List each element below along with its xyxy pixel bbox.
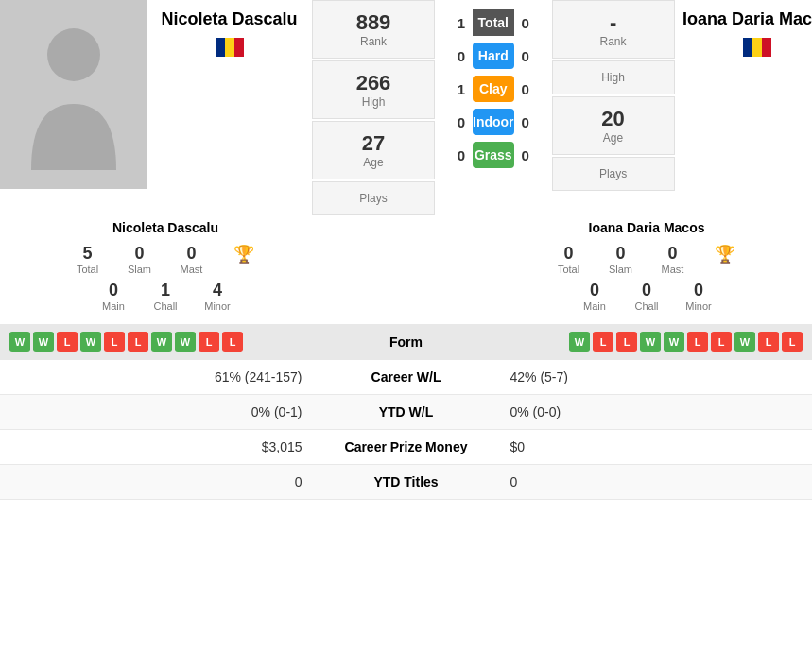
right-rank-value: - [558,10,669,35]
career-wl-right: 42% (5-7) [501,369,799,384]
indoor-score-right: 0 [514,114,543,130]
right-mast-label: Mast [649,264,696,275]
hard-label: Hard [473,43,514,69]
left-slam-value: 0 [116,244,163,264]
form-badge: L [711,332,732,352]
hard-row: 0 Hard 0 [444,43,543,69]
right-player-name-sub: Ioana Daria Macos [589,220,705,235]
left-high-value: 266 [318,71,429,95]
form-badge: W [151,332,172,352]
left-main-value: 0 [91,281,137,300]
form-badge: W [9,332,30,352]
left-player-name-sub: Nicoleta Dascalu [112,220,218,235]
form-badge: L [199,332,219,352]
left-rank-label: Rank [318,35,429,48]
left-high-label: High [318,95,429,109]
total-score-left: 1 [444,15,473,31]
ytd-titles-row: 0 YTD Titles 0 [0,465,812,500]
left-flag [216,38,244,57]
left-total-cell: 5 Total [61,241,113,278]
left-minor-label: Minor [195,300,241,312]
ytd-wl-right: 0% (0-0) [501,404,799,419]
left-trophy-cell: 🏆 [217,241,269,278]
left-center-stats: 889 Rank 266 High 27 Age Plays [312,0,435,215]
left-plays-label: Plays [318,192,429,205]
left-main-label: Main [91,300,137,312]
ytd-wl-left: 0% (0-1) [14,404,312,419]
right-total-value: 0 [545,244,592,264]
clay-score-left: 1 [444,81,473,97]
form-badge: L [687,332,708,352]
top-player-row: Nicoleta Dascalu 889 Rank 266 High 27 Ag… [0,0,812,215]
right-trophy-icon: 🏆 [701,244,748,265]
left-mast-cell: 0 Mast [165,241,217,278]
form-badge: W [640,332,661,352]
right-center-stats: - Rank High 20 Age Plays [552,0,675,191]
clay-label: Clay [473,76,514,102]
right-chall-value: 0 [624,281,670,300]
total-score-right: 0 [514,15,543,31]
right-minor-label: Minor [676,300,722,312]
player-right-info: Ioana Daria Macos [675,0,812,66]
right-minor-cell: 0 Minor [673,278,725,315]
left-trophy-icon: 🏆 [220,244,267,265]
svg-point-0 [47,28,100,81]
left-chall-cell: 1 Chall [140,278,192,315]
form-badge: L [104,332,125,352]
left-stats-grid: 5 Total 0 Slam 0 Mast 🏆 0 Main [61,241,269,315]
form-badge: L [57,332,78,352]
form-badge: L [758,332,779,352]
career-wl-left: 61% (241-157) [14,369,312,384]
form-badge: W [664,332,684,352]
grass-score-left: 0 [444,147,473,163]
career-prize-label: Career Prize Money [312,439,501,454]
right-main-cell: 0 Main [569,278,621,315]
grass-row: 0 Grass 0 [444,142,543,168]
main-container: Nicoleta Dascalu 889 Rank 266 High 27 Ag… [0,0,812,666]
right-player-stats: Ioana Daria Macos 0 Total 0 Slam 0 Mast … [491,220,803,315]
left-chall-label: Chall [143,300,189,312]
right-plays-box: Plays [552,157,675,191]
indoor-label: Indoor [473,109,514,135]
left-chall-value: 1 [143,281,189,300]
left-player-stats: Nicoleta Dascalu 5 Total 0 Slam 0 Mast 🏆 [9,220,321,315]
career-prize-right: $0 [501,439,799,454]
ytd-wl-label: YTD W/L [312,404,501,419]
career-wl-row: 61% (241-157) Career W/L 42% (5-7) [0,360,812,395]
left-age-value: 27 [318,131,429,156]
right-stats-grid: 0 Total 0 Slam 0 Mast 🏆 0 Main [543,241,751,315]
left-slam-cell: 0 Slam [113,241,165,278]
ytd-wl-row: 0% (0-1) YTD W/L 0% (0-0) [0,395,812,430]
left-main-cell: 0 Main [88,278,140,315]
left-age-box: 27 Age [312,121,435,179]
left-minor-value: 4 [195,281,241,300]
form-badge: L [782,332,803,352]
player-bottom-stats: Nicoleta Dascalu 5 Total 0 Slam 0 Mast 🏆 [0,215,812,319]
ytd-titles-right: 0 [501,474,799,489]
hard-score-right: 0 [514,48,543,64]
right-rank-label: Rank [558,35,669,48]
ytd-titles-left: 0 [14,474,312,489]
left-high-box: 266 High [312,60,435,119]
form-badge: L [128,332,148,352]
right-high-box: High [552,60,675,94]
right-mast-cell: 0 Mast [647,241,699,278]
indoor-score-left: 0 [444,114,473,130]
left-minor-cell: 4 Minor [192,278,244,315]
form-badge: W [175,332,196,352]
grass-score-right: 0 [514,147,543,163]
right-rank-box: - Rank [552,0,675,59]
left-total-value: 5 [64,244,111,264]
left-mast-value: 0 [168,244,215,264]
right-slam-value: 0 [597,244,644,264]
clay-row: 1 Clay 0 [444,76,543,102]
left-player-name: Nicoleta Dascalu [161,9,297,30]
right-chall-cell: 0 Chall [621,278,673,315]
right-chall-label: Chall [624,300,670,312]
left-age-label: Age [318,156,429,169]
form-badge: L [593,332,613,352]
right-plays-label: Plays [558,167,669,180]
right-mast-value: 0 [649,244,696,264]
right-slam-label: Slam [597,264,644,275]
total-row: 1 Total 0 [444,9,543,36]
